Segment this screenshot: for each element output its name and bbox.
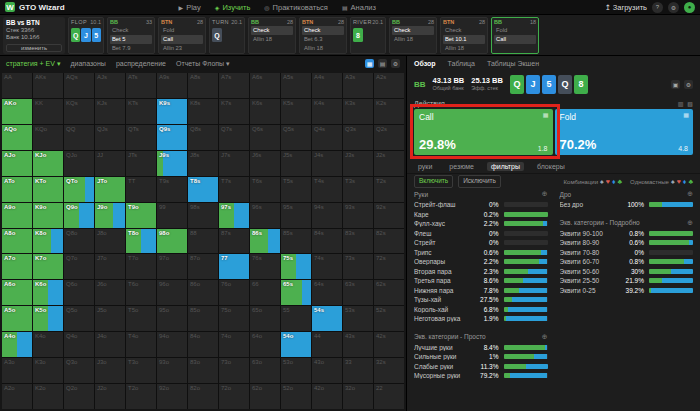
matrix-cell-Q3o[interactable]: Q3o: [64, 358, 94, 383]
matrix-cell-T5o[interactable]: T5o: [126, 306, 156, 331]
matrix-cell-44[interactable]: 44: [312, 332, 342, 357]
matrix-cell-K9o[interactable]: K9o: [33, 203, 63, 228]
matrix-cell-76s[interactable]: 76s: [250, 254, 280, 279]
stat-row-Сильные-руки[interactable]: Сильные руки1%: [414, 352, 548, 362]
matrix-cell-42s[interactable]: 42s: [374, 332, 404, 357]
matrix-cell-Q3s[interactable]: Q3s: [343, 125, 373, 150]
stat-row-Эквити-90-100[interactable]: Эквити 90-1000.8%: [560, 229, 694, 239]
matrix-cell-Q8s[interactable]: Q8s: [188, 125, 218, 150]
s-suit-icon[interactable]: ♠: [671, 178, 675, 185]
node-action-Bet-5[interactable]: Bet 5: [110, 35, 152, 44]
ev-badge-icon[interactable]: ▦: [365, 59, 374, 68]
stat-row-Мусорные-руки[interactable]: Мусорные руки79.2%: [414, 371, 548, 381]
matrix-cell-82s[interactable]: 82s: [374, 229, 404, 254]
help-icon[interactable]: ?: [652, 2, 663, 13]
matrix-cell-K7o[interactable]: K7o: [33, 254, 63, 279]
matrix-cell-96o[interactable]: 96o: [157, 280, 187, 305]
matrix-cell-73s[interactable]: 73s: [343, 254, 373, 279]
matrix-cell-A4s[interactable]: A4s: [312, 73, 342, 98]
matrix-cell-J2s[interactable]: J2s: [374, 151, 404, 176]
matrix-cell-96s[interactable]: 96s: [250, 203, 280, 228]
fold-button[interactable]: Fold70.2%4.8▦: [555, 109, 694, 155]
matrix-cell-22[interactable]: 22: [374, 384, 404, 409]
matrix-cell-Q4s[interactable]: Q4s: [312, 125, 342, 150]
stat-row-Эквити-70-80[interactable]: Эквити 70-800%: [560, 248, 694, 258]
matrix-cell-98o[interactable]: 98o: [157, 229, 187, 254]
matrix-cell-JTs[interactable]: JTs: [126, 151, 156, 176]
matrix-cell-32s[interactable]: 32s: [374, 358, 404, 383]
matrix-cell-Q9o[interactable]: Q9o: [64, 203, 94, 228]
matrix-cell-86o[interactable]: 86o: [188, 280, 218, 305]
stat-row-Эквити-60-70[interactable]: Эквити 60-700.8%: [560, 257, 694, 267]
matrix-cell-T5s[interactable]: T5s: [281, 177, 311, 202]
matrix-cell-63o[interactable]: 63o: [250, 358, 280, 383]
matrix-cell-T2s[interactable]: T2s: [374, 177, 404, 202]
upload-button[interactable]: ↥ Загрузить: [604, 3, 647, 12]
matrix-cell-K2o[interactable]: K2o: [33, 384, 63, 409]
add-filter-icon[interactable]: ⊕: [687, 190, 693, 198]
matrix-cell-K8s[interactable]: K8s: [188, 99, 218, 124]
stat-row-Эквити-25-50[interactable]: Эквити 25-5021.9%: [560, 276, 694, 286]
c-suit-icon[interactable]: ♣: [688, 178, 693, 185]
matrix-cell-T7s[interactable]: T7s: [219, 177, 249, 202]
node-river[interactable]: RIVER20.18: [350, 17, 386, 54]
node-BB-4[interactable]: BB28CheckAllin 18: [248, 17, 296, 54]
matrix-cell-J5s[interactable]: J5s: [281, 151, 311, 176]
matrix-cell-AKo[interactable]: AKo: [2, 99, 32, 124]
stat-row-Оверпары[interactable]: Оверпары2.2%: [414, 257, 548, 267]
matrix-cell-Q9s[interactable]: Q9s: [157, 125, 187, 150]
matrix-cell-85s[interactable]: 85s: [281, 229, 311, 254]
matrix-cell-J6s[interactable]: J6s: [250, 151, 280, 176]
stat-row-Нижняя-пара[interactable]: Нижняя пара7.8%: [414, 286, 548, 296]
subtab-блокеры[interactable]: блокеры: [533, 162, 569, 171]
node-turn[interactable]: TURN20.1Q: [209, 17, 245, 54]
matrix-cell-93o[interactable]: 93o: [157, 358, 187, 383]
matrix-cell-K7s[interactable]: K7s: [219, 99, 249, 124]
node-BTN-8[interactable]: BTN28CheckBet 10.1Allin 18: [440, 17, 488, 54]
matrix-cell-98s[interactable]: 98s: [188, 203, 218, 228]
call-button[interactable]: Call29.8%1.8▦: [414, 109, 553, 155]
matrix-cell-J3s[interactable]: J3s: [343, 151, 373, 176]
matrix-cell-74s[interactable]: 74s: [312, 254, 342, 279]
matrix-cell-75s[interactable]: 75s: [281, 254, 311, 279]
matrix-cell-72s[interactable]: 72s: [374, 254, 404, 279]
matrix-cell-95o[interactable]: 95o: [157, 306, 187, 331]
node-action-Check[interactable]: Check: [302, 26, 344, 35]
node-action-Call[interactable]: Call: [161, 35, 203, 44]
matrix-cell-65o[interactable]: 65o: [250, 306, 280, 331]
matrix-cell-K9s[interactable]: K9s: [157, 99, 187, 124]
chart-view-icon[interactable]: ▧: [687, 100, 693, 107]
node-BB-7[interactable]: BB28CheckAllin 18: [389, 17, 437, 54]
matrix-cell-JJ[interactable]: JJ: [95, 151, 125, 176]
matrix-cell-K5o[interactable]: K5o: [33, 306, 63, 331]
matrix-cell-85o[interactable]: 85o: [188, 306, 218, 331]
matrix-cell-42o[interactable]: 42o: [312, 384, 342, 409]
d-suit-icon[interactable]: ♦: [683, 178, 687, 185]
matrix-cell-T2o[interactable]: T2o: [126, 384, 156, 409]
matrix-cell-94s[interactable]: 94s: [312, 203, 342, 228]
matrix-cell-J6o[interactable]: J6o: [95, 280, 125, 305]
matrix-cell-J8s[interactable]: J8s: [188, 151, 218, 176]
matrix-cell-K5s[interactable]: K5s: [281, 99, 311, 124]
h-suit-icon[interactable]: ♥: [606, 178, 610, 185]
matrix-cell-ATo[interactable]: ATo: [2, 177, 32, 202]
nav-item-Play[interactable]: ▶Play: [179, 3, 201, 12]
matrix-cell-QJs[interactable]: QJs: [95, 125, 125, 150]
matrix-cell-T7o[interactable]: T7o: [126, 254, 156, 279]
matrix-cell-A7s[interactable]: A7s: [219, 73, 249, 98]
node-action-Check[interactable]: Check: [110, 26, 152, 35]
node-action-Bet-10-1[interactable]: Bet 10.1: [443, 35, 485, 44]
matrix-cell-A8s[interactable]: A8s: [188, 73, 218, 98]
matrix-cell-A3s[interactable]: A3s: [343, 73, 373, 98]
matrix-cell-A4o[interactable]: A4o: [2, 332, 32, 357]
node-action-Allin-18[interactable]: Allin 18: [392, 35, 434, 44]
matrix-cell-99[interactable]: 99: [157, 203, 187, 228]
subtab-резюме[interactable]: резюме: [445, 162, 478, 171]
node-BB-9[interactable]: BB18FoldCall: [491, 17, 539, 54]
node-action-Allin-23[interactable]: Allin 23: [161, 44, 203, 53]
stat-row-Неготовая-рука[interactable]: Неготовая рука1.9%: [414, 314, 548, 324]
matrix-cell-77[interactable]: 77: [219, 254, 249, 279]
matrix-cell-K3o[interactable]: K3o: [33, 358, 63, 383]
c-suit-icon[interactable]: ♣: [618, 178, 623, 185]
matrix-cell-52s[interactable]: 52s: [374, 306, 404, 331]
